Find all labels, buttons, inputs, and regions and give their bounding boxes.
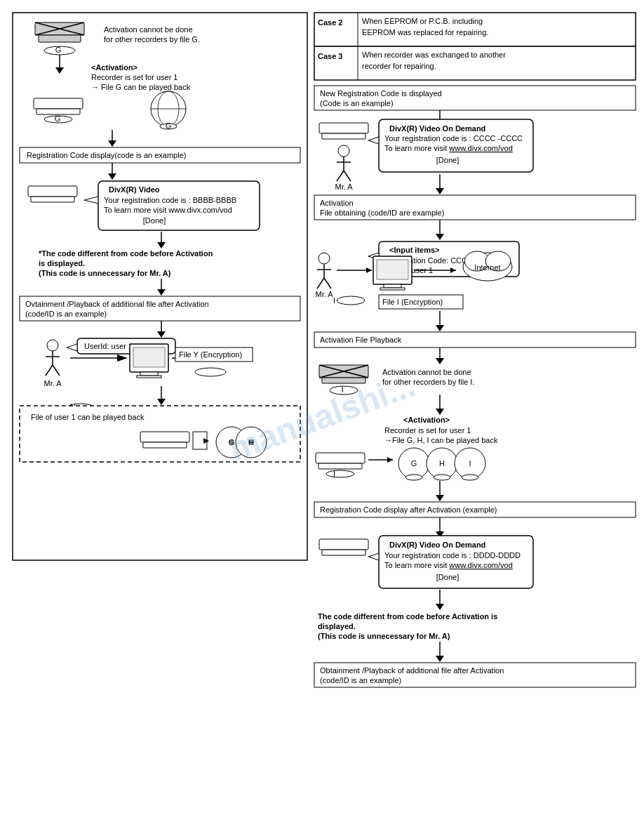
svg-text:Registration Code display afte: Registration Code display after Activati… [320,505,497,514]
svg-text:File obtaining (code/ID are ex: File obtaining (code/ID are example) [320,208,444,217]
svg-text:Activation File Playback: Activation File Playback [320,336,402,344]
svg-text:Case 2: Case 2 [318,18,342,27]
svg-text:Recorder is set for user 1: Recorder is set for user 1 [384,426,471,435]
svg-text:for other recorders by file I.: for other recorders by file I. [382,378,474,386]
svg-point-179 [462,475,478,480]
svg-text:(This code is unnecessary for : (This code is unnecessary for Mr. A) [318,632,450,640]
svg-text:H: H [439,459,445,468]
svg-text:Activation  cannot  be  done: Activation cannot be done [382,368,471,376]
svg-text:H: H [248,438,254,446]
svg-rect-36 [31,197,74,202]
svg-rect-15 [36,109,80,114]
svg-rect-61 [140,372,158,376]
svg-text:Mr. A: Mr. A [43,379,62,388]
page-wrapper: manualshi... G Activation cannot be done… [0,0,644,834]
svg-line-110 [337,171,344,181]
svg-marker-119 [436,234,444,240]
svg-point-157 [330,386,358,395]
svg-text:Your registration code is : DD: Your registration code is : DDDD-DDDD [384,551,521,560]
svg-text:G: G [166,121,172,130]
svg-text:File I (Encryption): File I (Encryption) [382,298,443,306]
svg-text:(code/ID is an example): (code/ID is an example) [25,310,107,318]
svg-text:Activation  cannot  be  done: Activation cannot be done [104,25,193,34]
svg-rect-167 [318,463,362,469]
svg-text:(This code is unnecessary for : (This code is unnecessary for Mr. A) [39,269,171,277]
svg-text:→File G, H, I can be played ba: →File G, H, I can be played back [384,436,498,444]
svg-text:G: G [229,438,235,446]
svg-marker-196 [436,604,444,610]
svg-rect-81 [143,442,187,448]
svg-text:To learn more visit  www.divx.: To learn more visit www.divx.com/vod [104,206,232,214]
svg-marker-114 [436,188,444,194]
svg-text:Activation: Activation [320,199,354,207]
main-diagram: G Activation cannot be done for other re… [0,0,644,834]
svg-text:→ File G can be played back: → File G can be played back [91,83,191,91]
svg-rect-62 [137,376,161,378]
svg-text:I: I [341,385,343,394]
svg-text:is displayed.: is displayed. [39,259,85,267]
svg-marker-132 [366,267,372,273]
svg-text:<Activation>: <Activation> [403,416,450,424]
svg-point-125 [318,253,330,264]
svg-marker-162 [436,409,444,415]
svg-text:Obtainment /Playback of  addit: Obtainment /Playback of additional file … [320,666,504,675]
svg-text:File of user 1 can be played b: File of user 1 can be played back [31,413,145,421]
svg-marker-171 [387,457,393,463]
svg-rect-136 [380,288,405,290]
svg-point-49 [47,340,58,351]
svg-rect-166 [316,453,365,463]
svg-text:I: I [469,459,471,468]
svg-text:DivX(R) Video: DivX(R) Video [109,185,160,194]
svg-text:G: G [55,114,61,123]
svg-rect-187 [319,539,368,550]
svg-text:G: G [411,459,417,468]
svg-text:<Input items>: <Input items> [389,246,440,254]
svg-text:I: I [333,296,335,305]
svg-text:File Y (Encryption): File Y (Encryption) [179,350,242,359]
svg-text:DivX(R) Video On Demand: DivX(R) Video On Demand [389,124,485,133]
svg-text:recorder for repairing.: recorder for repairing. [362,62,436,70]
svg-rect-14 [34,98,83,109]
svg-marker-102 [368,137,379,144]
svg-text:Case 3: Case 3 [318,52,342,60]
svg-text:[Done]: [Done] [436,573,459,581]
svg-rect-35 [28,186,77,197]
svg-line-128 [317,278,324,289]
svg-text:To learn more visit  www.divx.: To learn more visit www.divx.com/vod [384,144,513,152]
svg-rect-100 [322,133,365,139]
svg-rect-135 [384,284,401,288]
svg-text:The code different from code b: The code different from code before Acti… [318,612,497,621]
svg-line-111 [344,171,351,181]
svg-marker-148 [436,325,444,331]
svg-marker-201 [436,656,444,662]
svg-text:New Registration Code   is dis: New Registration Code is displayed [320,89,442,98]
svg-text:Registration Code   display(co: Registration Code display(code is an exa… [27,151,186,159]
svg-rect-188 [322,550,365,555]
svg-point-168 [326,470,354,477]
svg-text:DivX(R) Video On Demand: DivX(R) Video On Demand [389,541,485,549]
svg-text:EEPROM was replaced for repair: EEPROM was replaced for repairing. [362,28,488,37]
svg-rect-99 [319,123,368,133]
svg-line-129 [324,278,331,289]
svg-rect-80 [140,432,189,442]
svg-point-107 [338,145,349,157]
svg-text:(code/ID is an example): (code/ID is an example) [320,676,401,684]
svg-rect-156 [322,378,365,383]
svg-text:G: G [55,46,62,54]
svg-text:When recorder was exchanged to: When recorder was exchanged to another [362,51,506,59]
svg-text:To learn more visit  www.divx.: To learn more visit www.divx.com/vod [384,561,513,569]
svg-marker-190 [368,553,379,560]
svg-text:When EEPROM or P.C.B. includin: When EEPROM or P.C.B. including [362,17,483,25]
svg-text:[Done]: [Done] [436,156,459,164]
svg-point-143 [337,296,365,305]
svg-marker-182 [436,495,444,501]
svg-text:Recorder is set for user 1: Recorder is set for user 1 [91,73,178,81]
svg-text:Mr. A: Mr. A [315,290,333,298]
svg-text:Internet: Internet [474,263,500,272]
svg-text:(Code is an example): (Code is an example) [320,99,394,107]
svg-text:I: I [333,470,335,478]
svg-text:*The code different from code : *The code different from code before Act… [39,249,213,258]
svg-point-173 [405,475,422,480]
svg-rect-134 [377,260,408,279]
svg-text:<Activation>: <Activation> [91,63,137,72]
